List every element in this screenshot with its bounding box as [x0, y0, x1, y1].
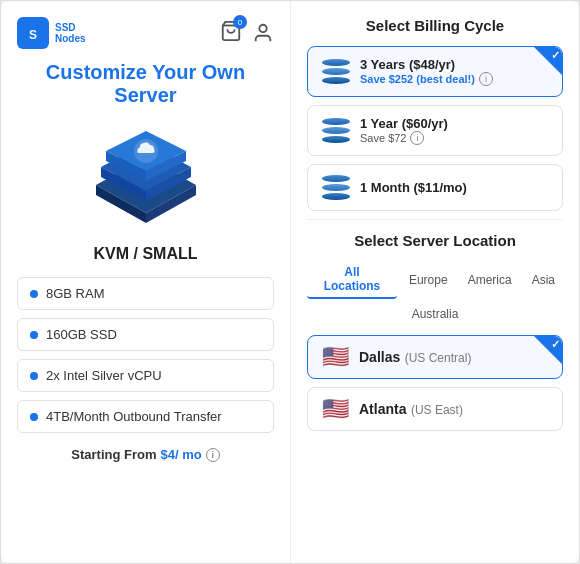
billing-option-1mo[interactable]: 1 Month ($11/mo) [307, 164, 563, 211]
billing-option-3yr[interactable]: 3 Years ($48/yr) Save $252 (best deal!) … [307, 46, 563, 97]
page-container: S SSD Nodes 0 [0, 0, 580, 564]
location-card-atlanta[interactable]: 🇺🇸 Atlanta (US East) [307, 387, 563, 431]
left-panel: S SSD Nodes 0 [1, 1, 290, 563]
header-bar: S SSD Nodes 0 [17, 17, 274, 49]
location-info: Atlanta (US East) [359, 400, 463, 418]
spec-dot [30, 372, 38, 380]
billing-main: 1 Year ($60/yr) [360, 116, 548, 131]
location-name: Atlanta [359, 401, 406, 417]
location-info: Dallas (US Central) [359, 348, 471, 366]
db-icon [322, 118, 350, 143]
header-icons: 0 [220, 20, 274, 46]
billing-title: Select Billing Cycle [307, 17, 563, 34]
logo-icon: S [17, 17, 49, 49]
spec-item-cpu: 2x Intel Silver vCPU [17, 359, 274, 392]
spec-item-ram: 8GB RAM [17, 277, 274, 310]
server-name: KVM / SMALL [17, 245, 274, 263]
divider [307, 219, 563, 220]
cart-badge: 0 [233, 15, 247, 29]
location-tabs: All LocationsEuropeAmericaAsiaAustralia [307, 261, 563, 325]
spec-dot [30, 413, 38, 421]
location-tab-australia[interactable]: Australia [404, 303, 467, 325]
spec-dot [30, 331, 38, 339]
billing-info-icon[interactable]: i [410, 131, 424, 145]
billing-sub: Save $72 i [360, 131, 548, 145]
billing-info-icon[interactable]: i [479, 72, 493, 86]
location-sub: (US Central) [405, 351, 472, 365]
billing-info: 3 Years ($48/yr) Save $252 (best deal!) … [360, 57, 548, 86]
spec-list: 8GB RAM160GB SSD2x Intel Silver vCPU4TB/… [17, 277, 274, 433]
location-tab-europe[interactable]: Europe [401, 261, 456, 299]
location-tab-america[interactable]: America [460, 261, 520, 299]
spec-item-transfer: 4TB/Month Outbound Transfer [17, 400, 274, 433]
page-title: Customize Your Own Server [17, 61, 274, 107]
billing-sub: Save $252 (best deal!) i [360, 72, 548, 86]
billing-main: 1 Month ($11/mo) [360, 180, 548, 195]
location-tab-asia[interactable]: Asia [524, 261, 563, 299]
billing-info: 1 Month ($11/mo) [360, 180, 548, 195]
svg-point-3 [259, 25, 266, 32]
logo-text: SSD Nodes [55, 22, 86, 44]
location-cards: 🇺🇸 Dallas (US Central) 🇺🇸 Atlanta (US Ea… [307, 335, 563, 431]
billing-main: 3 Years ($48/yr) [360, 57, 548, 72]
starting-from: Starting From $4/ mo i [17, 447, 274, 462]
right-panel: Select Billing Cycle 3 Years ($48/yr) Sa… [290, 1, 579, 563]
location-tabs-row2: Australia [307, 303, 563, 325]
location-card-dallas[interactable]: 🇺🇸 Dallas (US Central) [307, 335, 563, 379]
server-illustration [76, 123, 216, 233]
billing-option-1yr[interactable]: 1 Year ($60/yr) Save $72 i [307, 105, 563, 156]
location-tab-all[interactable]: All Locations [307, 261, 397, 299]
spec-item-ssd: 160GB SSD [17, 318, 274, 351]
check-corner [534, 336, 562, 364]
flag-icon: 🇺🇸 [322, 398, 349, 420]
location-name: Dallas [359, 349, 400, 365]
logo-area: S SSD Nodes [17, 17, 86, 49]
cart-wrapper[interactable]: 0 [220, 20, 242, 46]
spec-dot [30, 290, 38, 298]
svg-text:S: S [29, 28, 37, 42]
location-tabs-row1: All LocationsEuropeAmericaAsia [307, 261, 563, 299]
server-visual [17, 123, 274, 233]
price-info-icon[interactable]: i [206, 448, 220, 462]
billing-options: 3 Years ($48/yr) Save $252 (best deal!) … [307, 46, 563, 211]
user-icon[interactable] [252, 22, 274, 44]
location-sub: (US East) [411, 403, 463, 417]
billing-info: 1 Year ($60/yr) Save $72 i [360, 116, 548, 145]
check-corner [534, 47, 562, 75]
location-title: Select Server Location [307, 232, 563, 249]
db-icon [322, 59, 350, 84]
flag-icon: 🇺🇸 [322, 346, 349, 368]
db-icon [322, 175, 350, 200]
